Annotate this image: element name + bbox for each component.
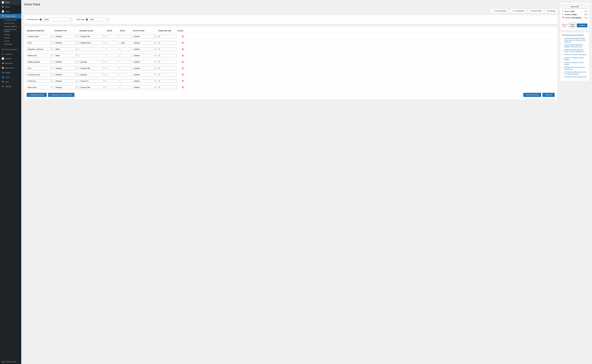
prefix-input-8[interactable] — [107, 79, 119, 83]
filter-select-8[interactable]: Default — [133, 79, 157, 83]
required-attr-select-2[interactable]: Price — [27, 41, 53, 45]
prefix-input-7[interactable] — [107, 73, 119, 77]
filter-select-6[interactable]: Default — [133, 66, 157, 70]
required-attr-select-8[interactable]: Product id — [27, 79, 53, 83]
sidebar-sub-google-merchant[interactable]: Google Merchant Settings — [0, 28, 21, 33]
filter-select-2[interactable]: Default — [133, 41, 157, 45]
feed-type-select[interactable]: XML — [89, 18, 109, 21]
sidebar-item-users[interactable]: 👤 Users — [0, 75, 21, 79]
assigned-input-4[interactable] — [79, 54, 106, 57]
suffix-input-6[interactable] — [120, 66, 132, 70]
sidebar-item-plugins[interactable]: 🔌 Plugins — [0, 70, 21, 75]
suffix-input-4[interactable] — [120, 54, 132, 57]
sidebar-sub-add-new[interactable]: Add New Feed — [0, 22, 21, 25]
publish-edit-link[interactable]: Edit — [585, 17, 587, 19]
required-attr-select-9[interactable]: Wine name — [27, 86, 53, 89]
suffix-input-2[interactable] — [120, 41, 132, 45]
prefix-input-9[interactable] — [107, 86, 119, 89]
sidebar-sub-category[interactable]: Category Mapping — [0, 25, 21, 28]
assigned-select-9[interactable]: Product Title — [79, 86, 106, 89]
char-limit-3[interactable] — [158, 47, 176, 51]
sidebar-sub-support[interactable]: Support — [0, 36, 21, 39]
required-attr-select-7[interactable]: Inventory count — [27, 73, 53, 77]
char-limit-1[interactable] — [158, 35, 176, 38]
settings-button[interactable]: ⚙ Settings — [545, 9, 558, 13]
add-attribute-button[interactable]: + Add New Attribute — [27, 93, 47, 97]
assigned-select-8[interactable]: Product Id — [79, 79, 106, 83]
feed-type-help-icon[interactable]: ? — [86, 19, 88, 20]
type-select-4[interactable]: Static — [54, 54, 78, 57]
suffix-input-3[interactable] — [120, 47, 132, 51]
move-to-trash-link[interactable]: Move to Trash — [562, 24, 568, 27]
merchant-help-icon[interactable]: ? — [39, 19, 42, 20]
sidebar-sub-license[interactable]: License — [0, 39, 21, 43]
type-select-2[interactable]: Attribute — [54, 41, 78, 45]
save-draft-button[interactable]: Save Draft — [562, 5, 587, 9]
assigned-select-1[interactable]: Product Title — [79, 35, 106, 38]
type-select-5[interactable]: Attribute — [54, 60, 78, 64]
required-attr-select-5[interactable]: Bottles quantity — [27, 60, 53, 64]
filter-select-3[interactable]: Default — [133, 47, 157, 51]
type-select-3[interactable]: Static — [54, 47, 78, 51]
sidebar-collapse[interactable]: ◀ Collapse menu — [0, 359, 21, 364]
required-attr-select-1[interactable]: Product name — [27, 35, 53, 38]
visibility-edit-link[interactable]: Edit — [585, 14, 587, 16]
premium-link-7[interactable]: Exclude Tax From Structured Data Prices — [564, 66, 587, 70]
sidebar-item-pages[interactable]: 📃 Pages — [0, 9, 21, 14]
prefix-input-4[interactable] — [107, 54, 119, 57]
required-attr-select-4[interactable]: Bottles size — [27, 54, 53, 57]
delete-btn-5[interactable]: 🗑 — [177, 60, 188, 64]
prefix-input-2[interactable] — [107, 41, 119, 45]
type-select-6[interactable]: Attribute — [54, 66, 78, 70]
sidebar-item-posts[interactable]: 📄 Posts — [0, 0, 21, 5]
assigned-select-5[interactable]: Quantity — [79, 60, 106, 64]
premium-link-2[interactable]: Unique Product Identifiers (Brand, GTIN,… — [564, 44, 587, 48]
status-edit-link[interactable]: Edit — [585, 11, 587, 12]
publish-button[interactable]: PUBLISH — [542, 93, 555, 97]
suffix-input-5[interactable] — [120, 60, 132, 64]
char-limit-7[interactable] — [158, 73, 176, 77]
delete-btn-1[interactable]: 🗑 — [177, 35, 188, 38]
type-select-8[interactable]: Attribute — [54, 79, 78, 83]
sidebar-item-tools[interactable]: 🔧 Tools — [0, 79, 21, 84]
char-limit-6[interactable] — [158, 66, 176, 70]
char-limit-5[interactable] — [158, 60, 176, 64]
prefix-input-5[interactable] — [107, 60, 119, 64]
sidebar-sub-get-started[interactable]: Get Started — [0, 43, 21, 46]
prefix-input-6[interactable] — [107, 66, 119, 70]
filter-select-4[interactable]: Default — [133, 54, 157, 57]
sidebar-item-product-feed[interactable]: 📦 Product Feed — [0, 14, 21, 19]
char-limit-8[interactable] — [158, 79, 176, 83]
type-select-1[interactable]: Attribute — [54, 35, 78, 38]
assigned-select-6[interactable]: Product URL — [79, 66, 106, 70]
required-attr-select-3[interactable]: Quantity is minimum — [27, 47, 53, 51]
right-publish-button[interactable]: Publish — [577, 24, 587, 27]
filter-select-5[interactable]: Default — [133, 60, 157, 64]
sidebar-item-analytics[interactable]: 📊 Analytics — [0, 56, 21, 61]
type-select-9[interactable]: Attribute — [54, 86, 78, 89]
suffix-input-7[interactable] — [120, 73, 132, 77]
filter-select-1[interactable]: Default — [133, 35, 157, 38]
product-filter-button[interactable]: ▽ Product Filter — [527, 9, 544, 13]
purge-cache-button[interactable]: Purge Cache — [568, 22, 576, 28]
sidebar-item-settings[interactable]: ⚙ Settings — [0, 84, 21, 89]
premium-link-1[interactable]: Generate Unlimited Products (Free versio… — [564, 38, 587, 43]
suffix-input-8[interactable] — [120, 79, 132, 83]
delete-btn-3[interactable]: 🗑 — [177, 47, 188, 51]
sidebar-item-marketing[interactable]: 📣 Marketing — [0, 61, 21, 65]
premium-link-5[interactable]: Access to Combined Fields feature — [564, 57, 587, 60]
suffix-input-1[interactable] — [120, 35, 132, 38]
prefix-input-1[interactable] — [107, 35, 119, 38]
type-select-7[interactable]: Attribute — [54, 73, 78, 77]
char-limit-2[interactable] — [158, 41, 176, 45]
char-limit-4[interactable] — [158, 54, 176, 57]
preview-feed-button[interactable]: PREVIEW FEED — [523, 93, 541, 97]
suffix-input-9[interactable] — [120, 86, 132, 89]
filter-select-9[interactable]: Default — [133, 86, 157, 89]
merchant-select[interactable]: Vivino — [43, 18, 72, 21]
filter-select-7[interactable]: Default — [133, 73, 157, 77]
assigned-select-2[interactable]: Regular Price — [79, 41, 106, 45]
premium-link-6[interactable]: Access to Dynamic Pricing feature — [564, 62, 587, 65]
assigned-input-3[interactable] — [79, 47, 106, 51]
char-limit-9[interactable] — [158, 86, 176, 89]
